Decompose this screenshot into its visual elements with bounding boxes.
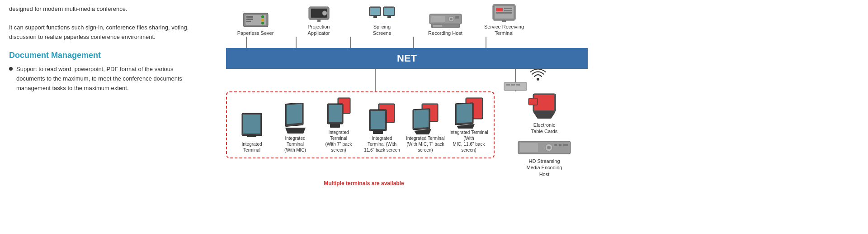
svg-rect-30 [496,12,512,14]
svg-point-78 [547,146,551,149]
svg-rect-4 [246,21,251,22]
svg-rect-81 [563,144,568,146]
intro-text: designed for modern multi-media conferen… [9,5,203,14]
svg-rect-11 [317,19,321,22]
terminal-116back-icon [368,103,396,135]
svg-rect-64 [414,110,429,128]
svg-rect-60 [373,131,383,134]
splicing-icon [368,5,396,24]
main-container: designed for modern multi-media conferen… [0,0,868,234]
device-paperless-server: Paperless Sever [231,11,280,36]
top-devices-row: Paperless Sever ProjectionApplicator [226,2,588,37]
connector-lines-top [226,37,592,48]
svg-rect-54 [329,105,342,122]
svg-rect-76 [520,143,538,152]
left-panel: designed for modern multi-media conferen… [0,0,217,234]
splicing-label: SplicingScreens [373,24,391,37]
svg-rect-47 [247,134,256,137]
center-panel: Paperless Sever ProjectionApplicator [217,0,868,234]
svg-point-44 [537,78,539,81]
net-bar: NET [226,48,588,69]
recording-icon [429,12,462,30]
terminal-mic-7back-label: Integrated Terminal(With MIC, 7" backscr… [406,135,444,153]
right-devices-col: ElectronicTable Cards [515,91,574,177]
svg-point-5 [261,15,264,18]
svg-rect-41 [511,84,515,86]
svg-rect-79 [554,144,557,146]
terminal-7back-label: IntegratedTerminal(With 7" backscreen) [325,129,352,153]
bullet-list: Support to read word, powerpoint, PDF fo… [9,65,203,93]
svg-rect-40 [506,84,510,86]
multiple-terminals-text: Multiple terminals are available [226,180,502,186]
terminal-flat: IntegratedTerminal [231,111,272,153]
terminal-flat-label: IntegratedTerminal [241,141,262,153]
terminal-mic-7back-icon [412,103,439,135]
bullet-item-1: Support to read word, powerpoint, PDF fo… [9,65,203,93]
terminal-mic-116back: Integrated Terminal (WithMIC, 11.6" back… [448,97,489,153]
svg-rect-31 [502,20,506,22]
svg-rect-49 [287,104,302,124]
svg-rect-19 [431,16,445,22]
intro-text2: It can support functions such sign-in, c… [9,23,203,42]
terminal-mic: IntegratedTerminal(With MIC) [275,103,316,153]
bullet-dot [9,67,13,71]
streaming-icon [517,139,571,158]
svg-rect-17 [387,16,391,18]
svg-point-21 [450,18,453,20]
net-label: NET [397,53,417,64]
table-card-icon [526,91,562,122]
svg-rect-80 [559,144,561,146]
paperless-server-label: Paperless Sever [237,30,274,36]
device-service: Service ReceivingTerminal [479,2,529,37]
streaming-label: HD StreamingMedia EncodingHost [527,158,562,177]
device-projection: ProjectionApplicator [294,2,344,37]
terminal-mic-7back: Integrated Terminal(With MIC, 7" backscr… [405,103,446,153]
terminal-mic-116back-label: Integrated Terminal (WithMIC, 11.6" back… [448,129,489,153]
terminal-mic-116back-icon [454,97,484,129]
svg-point-6 [261,19,264,21]
terminal-flat-icon [241,111,263,141]
projection-label: ProjectionApplicator [308,24,330,37]
device-recording: Recording Host [420,12,470,36]
svg-rect-14 [373,16,377,18]
svg-rect-69 [457,104,472,123]
device-splicing: SplicingScreens [357,5,407,37]
svg-rect-46 [243,115,260,134]
device-streaming: HD StreamingMedia EncodingHost [515,139,574,177]
service-icon [491,2,518,24]
svg-marker-50 [285,128,306,134]
svg-rect-55 [330,124,340,128]
svg-rect-24 [433,25,442,27]
terminal-116back: IntegratedTerminal (With11.6" back scree… [362,103,402,153]
svg-rect-13 [370,8,380,15]
svg-rect-22 [455,16,459,19]
terminal-7back-icon [326,97,351,129]
device-table-card: ElectronicTable Cards [522,91,567,135]
projection-icon [307,2,331,24]
svg-rect-42 [516,84,520,86]
terminal-mic-icon [283,103,308,135]
terminal-116back-label: IntegratedTerminal (With11.6" back scree… [364,135,400,153]
bullet-text-1: Support to read word, powerpoint, PDF fo… [16,65,203,93]
terminal-7back: IntegratedTerminal(With 7" backscreen) [318,97,359,153]
multiple-terminals-wrapper: Multiple terminals are available [222,180,863,186]
svg-rect-28 [504,8,512,9]
svg-marker-74 [533,112,556,119]
connector-lines-bottom [226,69,592,91]
table-card-label: ElectronicTable Cards [531,122,558,135]
wifi-icon [529,67,547,84]
svg-rect-16 [384,8,394,15]
svg-rect-39 [504,82,527,91]
paperless-server-icon [241,11,270,30]
diagram-container: Paperless Sever ProjectionApplicator [222,2,863,186]
terminals-box: IntegratedTerminal [226,91,495,158]
doc-management-section: Document Management Support to read word… [9,51,203,93]
service-label: Service ReceivingTerminal [484,24,524,37]
svg-rect-59 [371,111,385,129]
svg-rect-3 [246,19,253,20]
terminal-mic-label: IntegratedTerminal(With MIC) [284,135,306,153]
svg-rect-2 [246,16,253,18]
doc-management-title: Document Management [9,51,203,60]
svg-point-10 [322,11,327,15]
recording-label: Recording Host [428,30,462,36]
